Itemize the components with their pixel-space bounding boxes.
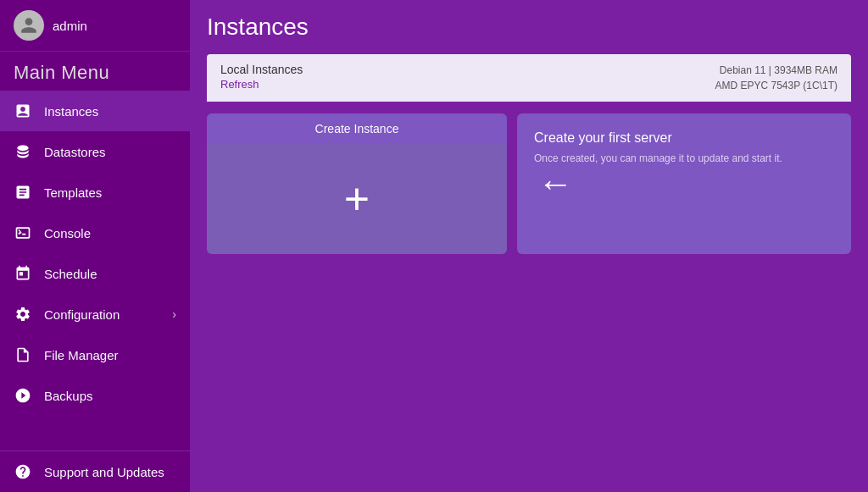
sidebar-item-schedule[interactable]: Schedule [0, 253, 190, 294]
sidebar-nav: Instances Datastores Templates Console S [0, 91, 190, 451]
sidebar-item-backups[interactable]: Backups [0, 375, 190, 416]
configuration-icon [14, 305, 32, 323]
sidebar-item-console[interactable]: Console [0, 213, 190, 253]
create-instance-header: Create Instance [207, 113, 507, 144]
sidebar-item-schedule-label: Schedule [44, 267, 176, 281]
templates-icon [14, 183, 32, 202]
sidebar-item-configuration[interactable]: Configuration › [0, 294, 190, 334]
info-line1: Debian 11 | 3934MB RAM [715, 63, 838, 78]
first-server-title: Create your first server [534, 130, 834, 146]
sidebar-item-instances[interactable]: Instances [0, 91, 190, 131]
plus-icon: + [344, 177, 370, 221]
sidebar-item-configuration-label: Configuration [44, 307, 160, 322]
sidebar-item-templates[interactable]: Templates [0, 172, 190, 213]
first-server-card[interactable]: Create your first server Once created, y… [517, 113, 851, 254]
create-instance-card[interactable]: Create Instance + [207, 113, 507, 254]
sidebar-item-support-label: Support and Updates [44, 465, 176, 479]
sidebar-item-console-label: Console [44, 226, 176, 240]
create-instance-body: + [207, 144, 507, 254]
sidebar-item-templates-label: Templates [44, 185, 176, 200]
main-content: Instances Local Instances Refresh Debian… [190, 0, 868, 492]
sidebar: admin Main Menu Instances Datastores Tem… [0, 0, 190, 492]
datastores-icon [14, 142, 32, 161]
info-line2: AMD EPYC 7543P (1C\1T) [715, 78, 838, 93]
sidebar-item-file-manager-label: File Manager [44, 348, 176, 362]
console-icon [14, 224, 32, 242]
backups-icon [14, 386, 32, 405]
avatar [14, 10, 44, 41]
page-title: Instances [207, 14, 851, 41]
local-instances-left: Local Instances Refresh [220, 63, 303, 91]
support-icon [14, 462, 32, 481]
schedule-icon [14, 264, 32, 283]
username-label: admin [53, 19, 87, 33]
sidebar-item-datastores[interactable]: Datastores [0, 131, 190, 172]
sidebar-item-backups-label: Backups [44, 389, 176, 403]
refresh-link[interactable]: Refresh [220, 78, 303, 91]
local-instances-bar: Local Instances Refresh Debian 11 | 3934… [207, 54, 851, 102]
sidebar-item-file-manager[interactable]: File Manager [0, 334, 190, 375]
instances-icon [14, 102, 32, 120]
sidebar-item-datastores-label: Datastores [44, 145, 176, 159]
sidebar-header: admin [0, 0, 190, 52]
main-menu-label: Main Menu [0, 52, 190, 91]
local-instances-title: Local Instances [220, 63, 303, 76]
local-instances-info: Debian 11 | 3934MB RAM AMD EPYC 7543P (1… [715, 63, 838, 93]
file-manager-icon [14, 346, 32, 364]
first-server-desc: Once created, you can manage it to updat… [534, 151, 834, 166]
sidebar-item-support[interactable]: Support and Updates [0, 451, 190, 492]
chevron-right-icon: › [172, 307, 176, 321]
instances-cards: Create Instance + Create your first serv… [207, 102, 851, 254]
sidebar-item-instances-label: Instances [44, 104, 176, 119]
sidebar-bottom: Support and Updates [0, 451, 190, 492]
arrow-left-icon: ← [537, 163, 573, 204]
